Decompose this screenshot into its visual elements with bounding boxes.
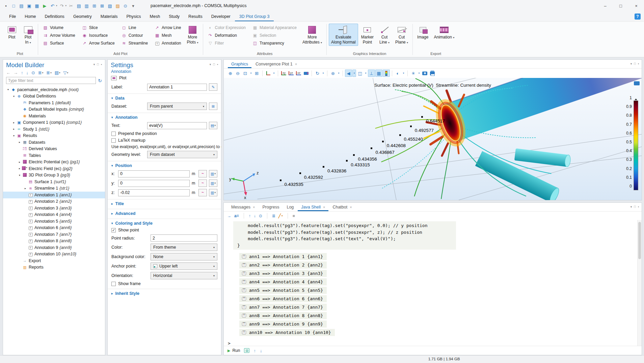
- help-icon[interactable]: ?: [635, 13, 641, 20]
- backgroundcolor-select[interactable]: None▾: [151, 253, 217, 260]
- position-x-input[interactable]: [118, 170, 190, 177]
- section-title[interactable]: ▸Title: [108, 199, 221, 207]
- expression-unit-button[interactable]: ▥▾: [209, 179, 217, 187]
- select-icon[interactable]: ▧: [107, 3, 113, 9]
- expression-unit-button[interactable]: ▥▾: [209, 170, 217, 177]
- isosurface-button[interactable]: ◉Isosurface: [79, 31, 117, 39]
- tab-java-shell[interactable]: Java Shell×: [298, 203, 328, 211]
- transparency-button[interactable]: ◫Transparency: [250, 39, 299, 47]
- print-icon[interactable]: [429, 69, 436, 77]
- tree-item-electric-potential--ec-[interactable]: ▸Electric Potential (ec){pg1}: [3, 159, 105, 166]
- tab-messages[interactable]: Messages×: [228, 203, 258, 211]
- tree-filter-input[interactable]: [6, 77, 96, 84]
- command-window-icon[interactable]: ▤: [244, 348, 249, 353]
- collapse-all-icon[interactable]: ≣ ▾: [38, 70, 43, 75]
- find-icon[interactable]: ⊙: [122, 3, 129, 9]
- show-color-legend-icon[interactable]: [383, 69, 390, 77]
- show-grid-icon[interactable]: ▦: [375, 69, 382, 77]
- sound-icon-chevron[interactable]: ▾: [352, 69, 356, 77]
- float-panel-icon[interactable]: □: [97, 63, 99, 66]
- zoom-box-icon[interactable]: ⊡: [242, 69, 249, 77]
- panel-menu-icon[interactable]: ▾: [630, 205, 632, 208]
- close-icon[interactable]: ×: [323, 205, 325, 209]
- scrollbar-thumb[interactable]: [638, 222, 641, 259]
- model-tree-node-icon[interactable]: ▤ ▾: [55, 70, 60, 75]
- label-input[interactable]: [147, 84, 207, 91]
- expand-icon[interactable]: ▸: [11, 128, 16, 131]
- expand-icon[interactable]: ▸: [11, 121, 16, 124]
- expand-icon[interactable]: ▸: [17, 141, 22, 144]
- previous-command-icon[interactable]: ↑: [253, 348, 256, 353]
- clear-icon[interactable]: ╱ ▾: [278, 214, 283, 218]
- float-panel-icon[interactable]: □: [213, 63, 215, 66]
- tree-item-annotation-6[interactable]: TAnnotation 6{ann6}: [3, 225, 105, 231]
- zoom-box-icon-chevron[interactable]: ▾: [249, 69, 253, 77]
- collapse-icon[interactable]: ▾: [11, 95, 16, 98]
- tab-convergence-plot-1[interactable]: Convergence Plot 1×: [252, 60, 300, 68]
- tree-item-annotation-8[interactable]: TAnnotation 8{ann8}: [3, 238, 105, 245]
- float-panel-icon[interactable]: □: [634, 62, 636, 65]
- environment-icon-chevron[interactable]: ▾: [417, 69, 421, 77]
- more-attributes-button[interactable]: MoreAttributes ▾: [300, 24, 324, 46]
- duplicate-icon[interactable]: ⊞: [91, 3, 98, 9]
- section-inherit-style[interactable]: ▸Inherit Style: [108, 289, 221, 297]
- tree-item-pacemaker_electrode-mph[interactable]: ▾◆pacemaker_electrode.mph(root): [3, 86, 105, 93]
- collapse-icon[interactable]: ▾: [11, 134, 16, 137]
- tree-item-annotation-5[interactable]: TAnnotation 5{ann5}: [3, 218, 105, 225]
- marker-point-button[interactable]: MarkerPoint: [359, 24, 376, 46]
- collapse-icon[interactable]: ▾: [6, 88, 10, 91]
- ribbon-tab-mesh[interactable]: Mesh: [145, 11, 165, 21]
- view-xy-icon[interactable]: xy: [280, 69, 287, 77]
- color-select[interactable]: From theme▾: [151, 244, 217, 251]
- pin-panel-icon[interactable]: ▪: [638, 205, 639, 208]
- float-panel-icon[interactable]: □: [634, 205, 636, 208]
- section-data[interactable]: ▾Data: [108, 93, 221, 102]
- rotate-icon[interactable]: ↻: [314, 69, 321, 77]
- annotation-text-input[interactable]: [147, 122, 207, 129]
- tab-graphics[interactable]: Graphics: [228, 60, 251, 68]
- tree-item-annotation-9[interactable]: TAnnotation 9{ann9}: [3, 244, 105, 251]
- customize-icon[interactable]: ▾: [130, 3, 136, 9]
- tree-item-results[interactable]: ▾▣Results: [3, 133, 105, 139]
- go-to-default-view-icon-chevron[interactable]: ▾: [272, 69, 276, 77]
- minimize-icon[interactable]: –: [597, 0, 613, 11]
- panel-menu-icon[interactable]: ▾: [93, 63, 95, 66]
- plot-button[interactable]: Plot: [108, 75, 221, 82]
- filter-tree-icon[interactable]: ▽ ▾: [63, 70, 69, 75]
- app-icon[interactable]: ▪: [3, 3, 9, 9]
- expand-icon[interactable]: ▸: [17, 167, 22, 170]
- tree-item-annotation-2[interactable]: TAnnotation 2{ann2}: [3, 198, 105, 205]
- cut-plane-button[interactable]: CutPlane ▾: [393, 24, 410, 46]
- show-icon[interactable]: ⊙: [31, 70, 35, 75]
- tab-log[interactable]: Log: [283, 203, 297, 211]
- close-icon[interactable]: ×: [253, 205, 255, 209]
- range-button[interactable]: ~: [198, 170, 207, 177]
- ribbon-tab-study[interactable]: Study: [164, 11, 184, 21]
- go-to-view-icon[interactable]: [302, 69, 310, 77]
- transparency-icon[interactable]: ◫: [356, 69, 364, 77]
- expression-unit-button[interactable]: ▥▾: [209, 189, 217, 196]
- annotation-button[interactable]: TAnnotation: [152, 39, 184, 47]
- paste-icon[interactable]: ▥: [83, 3, 90, 9]
- tree-item-annotation-4[interactable]: TAnnotation 4{ann4}: [3, 212, 105, 218]
- move-up-icon[interactable]: ↑: [249, 214, 251, 218]
- pin-panel-icon[interactable]: ▪: [217, 63, 218, 66]
- ribbon-tab-3d-plot-group-3[interactable]: 3D Plot Group 3: [235, 11, 274, 21]
- save-icon[interactable]: ▣: [26, 3, 32, 9]
- move-up-icon[interactable]: ↑: [21, 70, 23, 75]
- plot-corner-icon[interactable]: [634, 81, 640, 85]
- pin-panel-icon[interactable]: ▪: [101, 63, 102, 66]
- forward-icon[interactable]: →: [14, 70, 18, 75]
- position-y-input[interactable]: [118, 180, 190, 187]
- surface-button[interactable]: ▤Surface: [40, 39, 78, 47]
- undo-icon-chevron[interactable]: ▾: [56, 4, 57, 7]
- show-all-icon[interactable]: ⊙: [259, 214, 262, 218]
- scene-light-icon[interactable]: ⊛: [329, 69, 337, 77]
- range-button[interactable]: ~: [198, 189, 207, 196]
- tree-item-datasets[interactable]: ▸▦Datasets: [3, 139, 105, 146]
- prepend-the-position-checkbox[interactable]: Prepend the position: [108, 130, 221, 137]
- tree-item-global-definitions[interactable]: ▾⊕Global Definitions: [3, 93, 105, 100]
- maximize-icon[interactable]: □: [613, 0, 628, 11]
- ribbon-tab-results[interactable]: Results: [184, 11, 207, 21]
- zoom-in-icon[interactable]: ⊕: [227, 69, 234, 77]
